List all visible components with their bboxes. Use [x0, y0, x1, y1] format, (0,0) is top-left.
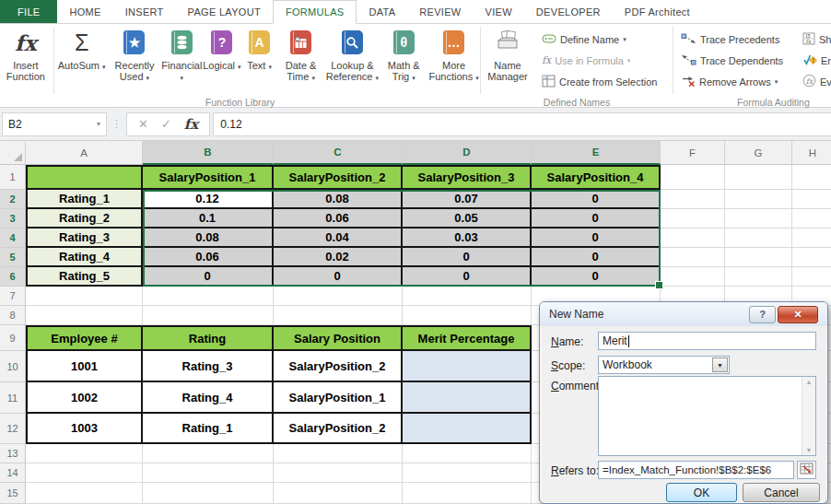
col-header-D[interactable]: D — [403, 141, 532, 165]
cancel-icon[interactable]: ✕ — [138, 117, 148, 131]
cell-G2[interactable] — [725, 190, 792, 209]
col-header-F[interactable]: F — [661, 141, 725, 165]
cell-A11[interactable]: 1002 — [26, 382, 143, 414]
create-from-selection-button[interactable]: Create from Selection — [538, 71, 661, 92]
show-formulas-button[interactable]: 15fx Show Formulas — [799, 29, 831, 50]
cell-D13[interactable] — [403, 444, 532, 463]
cell-B15[interactable] — [143, 483, 274, 504]
col-header-G[interactable]: G — [725, 141, 792, 165]
dialog-help-button[interactable]: ? — [749, 306, 776, 323]
tab-page-layout[interactable]: PAGE LAYOUT — [176, 0, 273, 23]
tab-view[interactable]: VIEW — [474, 0, 524, 23]
cell-A3[interactable]: Rating_2 — [26, 209, 143, 229]
cell-G3[interactable] — [725, 209, 792, 229]
tab-pdf-architect[interactable]: PDF Architect — [613, 0, 702, 23]
row-header-4[interactable]: 4 — [0, 229, 26, 248]
cell-H4[interactable] — [792, 229, 831, 248]
use-in-formula-button[interactable]: fx Use in Formula ▾ — [538, 50, 661, 71]
col-header-C[interactable]: C — [274, 141, 403, 165]
scope-dropdown-arrow-icon[interactable]: ▼ — [712, 357, 728, 372]
row-header-3[interactable]: 3 — [0, 209, 26, 229]
cell-B3[interactable]: 0.1 — [143, 209, 274, 229]
cell-A10[interactable]: 1001 — [26, 351, 143, 382]
cell-B4[interactable]: 0.08 — [143, 229, 274, 248]
cell-B5[interactable]: 0.06 — [143, 248, 274, 267]
cell-C4[interactable]: 0.04 — [274, 229, 403, 248]
cancel-button[interactable]: Cancel — [743, 483, 820, 502]
cell-C5[interactable]: 0.02 — [274, 248, 403, 267]
row-header-12[interactable]: 12 — [0, 414, 26, 444]
lookup-reference-button[interactable]: Lookup & Reference ▾ — [325, 26, 380, 100]
cell-F3[interactable] — [661, 209, 725, 229]
text-button[interactable]: A Text ▾ — [241, 26, 276, 100]
insert-function-fx-icon[interactable]: fx — [184, 116, 198, 133]
row-header-6[interactable]: 6 — [0, 267, 26, 287]
scroll-up-icon[interactable]: ▲ — [806, 379, 813, 385]
row-header-10[interactable]: 10 — [0, 351, 26, 382]
evaluate-formula-button[interactable]: fx Evaluate Formula — [799, 71, 831, 92]
more-functions-button[interactable]: … More Functions ▾ — [427, 26, 480, 100]
define-name-button[interactable]: Define Name ▾ — [538, 29, 661, 50]
cell-D15[interactable] — [403, 483, 532, 504]
cell-F4[interactable] — [661, 229, 725, 248]
row-header-8[interactable]: 8 — [0, 306, 26, 325]
tab-data[interactable]: DATA — [357, 0, 407, 23]
col-header-E[interactable]: E — [532, 141, 661, 165]
cell-E5[interactable]: 0 — [532, 248, 661, 267]
cell-H6[interactable] — [792, 267, 831, 287]
tab-file[interactable]: FILE — [0, 0, 57, 23]
cell-C6[interactable]: 0 — [274, 267, 403, 287]
cell-G1[interactable] — [725, 165, 792, 190]
cell-A7[interactable] — [26, 287, 143, 306]
row-header-1[interactable]: 1 — [0, 165, 26, 190]
tab-developer[interactable]: DEVELOPER — [524, 0, 613, 23]
cell-C2[interactable]: 0.08 — [274, 190, 403, 209]
cell-C3[interactable]: 0.06 — [274, 209, 403, 229]
comment-field[interactable]: ▲ ▼ — [598, 376, 816, 456]
cell-B12[interactable]: Rating_1 — [143, 414, 274, 444]
cell-C11[interactable]: SalaryPosition_1 — [274, 382, 403, 414]
logical-button[interactable]: ? Logical ▾ — [202, 26, 241, 100]
cell-B6[interactable]: 0 — [143, 267, 274, 287]
cell-C7[interactable] — [274, 287, 403, 306]
cell-B7[interactable] — [143, 287, 274, 306]
name-box[interactable]: B2 ▾ — [2, 112, 107, 136]
row-header-14[interactable]: 14 — [0, 463, 26, 483]
autosum-button[interactable]: Σ AutoSum ▾ — [56, 26, 108, 100]
dialog-close-button[interactable]: ✕ — [778, 306, 818, 323]
cell-C9[interactable]: Salary Position — [274, 325, 403, 351]
cell-D11[interactable] — [403, 382, 532, 414]
row-header-15[interactable]: 15 — [0, 483, 26, 504]
cell-E4[interactable]: 0 — [532, 229, 661, 248]
cell-B13[interactable] — [143, 444, 274, 463]
cell-F1[interactable] — [661, 165, 725, 190]
tab-review[interactable]: REVIEW — [407, 0, 473, 23]
range-selector-button[interactable] — [797, 461, 816, 479]
cell-B14[interactable] — [143, 463, 274, 483]
cell-A14[interactable] — [26, 463, 143, 483]
cell-B10[interactable]: Rating_3 — [143, 351, 274, 382]
cell-C14[interactable] — [274, 463, 403, 483]
cell-D10[interactable] — [403, 351, 532, 382]
cell-G6[interactable] — [725, 267, 792, 287]
remove-arrows-button[interactable]: Remove Arrows ▾ — [677, 71, 799, 92]
select-all-corner[interactable] — [0, 141, 26, 165]
col-header-A[interactable]: A — [26, 141, 143, 165]
cell-B2[interactable]: 0.12 — [143, 190, 274, 209]
trace-precedents-button[interactable]: Trace Precedents — [677, 29, 799, 50]
cell-D14[interactable] — [403, 463, 532, 483]
cell-H1[interactable] — [792, 165, 831, 190]
enter-icon[interactable]: ✓ — [161, 117, 171, 131]
cell-B1[interactable]: SalaryPosition_1 — [143, 165, 274, 190]
cell-D8[interactable] — [403, 306, 532, 325]
cell-C8[interactable] — [274, 306, 403, 325]
cell-E1[interactable]: SalaryPosition_4 — [532, 165, 661, 190]
cell-C12[interactable]: SalaryPosition_2 — [274, 414, 403, 444]
row-header-2[interactable]: 2 — [0, 190, 26, 209]
tab-home[interactable]: HOME — [57, 0, 112, 23]
name-box-dropdown-icon[interactable]: ▾ — [97, 120, 100, 128]
cell-D3[interactable]: 0.05 — [403, 209, 532, 229]
cell-D2[interactable]: 0.07 — [403, 190, 532, 209]
row-header-9[interactable]: 9 — [0, 325, 26, 351]
cell-D12[interactable] — [403, 414, 532, 444]
